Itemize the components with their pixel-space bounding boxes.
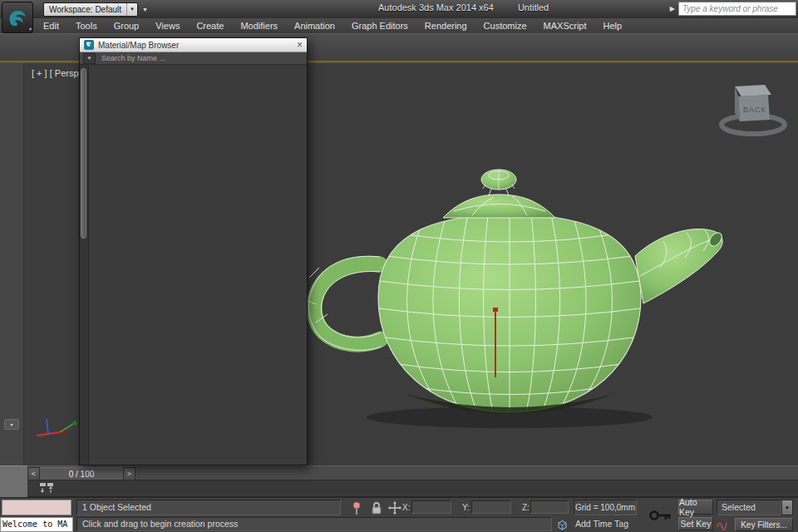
key-curve-icon[interactable] xyxy=(717,519,730,530)
menu-tools[interactable]: Tools xyxy=(67,21,106,31)
menu-help[interactable]: Help xyxy=(595,21,631,31)
menu-create[interactable]: Create xyxy=(188,21,232,31)
y-coord-field[interactable] xyxy=(471,500,511,514)
menu-customize[interactable]: Customize xyxy=(475,21,535,31)
menu-bar: EditToolsGroupViewsCreateModifiersAnimat… xyxy=(0,18,798,33)
quick-access-toolbar: Workspace: Default ▼ ▼ xyxy=(37,1,148,17)
max-doc-icon xyxy=(84,40,94,50)
set-key-button[interactable]: Set Key xyxy=(678,517,713,530)
mmb-search-bar: ▼ xyxy=(80,52,307,65)
status-bar: Welcome to MA 1 Object Selected Click an… xyxy=(0,497,798,532)
viewcube-face-label[interactable]: BACK xyxy=(743,106,767,114)
transform-gizmo-icon[interactable] xyxy=(387,500,402,515)
material-map-browser-window[interactable]: Material/Map Browser × ▼ xyxy=(79,37,308,466)
menu-rendering[interactable]: Rendering xyxy=(416,21,475,31)
mmb-scrollbar[interactable] xyxy=(80,65,89,465)
infocenter: ▶ xyxy=(670,2,796,16)
application-menu-button[interactable]: ▾ xyxy=(2,2,33,33)
3dsmax-window: Autodesk 3ds Max 2014 x64 Untitled ▶ ▾ W… xyxy=(0,0,798,532)
key-mode-value: Selected xyxy=(717,500,781,515)
grid-setting-readout: Grid = 100,0mm xyxy=(574,500,637,515)
auto-key-button[interactable]: Auto Key xyxy=(678,500,713,515)
ribbon-vertical-tabs: ▾ xyxy=(0,63,24,466)
workspace-flyout-icon[interactable]: ▼ xyxy=(142,7,148,12)
prompt-line: Click and drag to begin creation process xyxy=(76,517,552,531)
menu-maxscript[interactable]: MAXScript xyxy=(535,21,595,31)
key-filters-button[interactable]: Key Filters... xyxy=(735,518,793,531)
z-coord-label: Z: xyxy=(522,503,530,512)
pin-icon[interactable] xyxy=(349,500,364,515)
absolute-mode-icon[interactable] xyxy=(555,518,569,531)
infocenter-arrow-icon[interactable]: ▶ xyxy=(670,5,675,12)
key-mode-combo[interactable]: Selected ▼ xyxy=(717,500,793,515)
x-coord-label: X: xyxy=(402,503,410,512)
ribbon-config-button[interactable]: ▾ xyxy=(4,419,19,430)
mmb-search-input[interactable] xyxy=(100,53,307,63)
previous-frame-button[interactable]: < xyxy=(27,467,40,480)
mmb-title: Material/Map Browser xyxy=(98,41,297,50)
x-coord-field[interactable] xyxy=(411,500,451,514)
next-frame-button[interactable]: > xyxy=(123,467,135,480)
timeline-corner-block xyxy=(0,466,27,498)
chevron-down-icon[interactable]: ▼ xyxy=(781,500,793,515)
app-menu-arrow-icon: ▾ xyxy=(29,26,32,32)
menu-modifiers[interactable]: Modifiers xyxy=(232,21,286,31)
z-coord-field[interactable] xyxy=(530,500,569,514)
y-coord-label: Y: xyxy=(462,503,470,512)
menu-animation[interactable]: Animation xyxy=(286,21,343,31)
infocenter-search-input[interactable] xyxy=(678,2,796,16)
menu-views[interactable]: Views xyxy=(147,21,188,31)
max-logo-icon xyxy=(6,6,29,29)
mmb-filter-dropdown-icon[interactable]: ▼ xyxy=(83,53,96,64)
z-axis-flag xyxy=(493,308,498,312)
lock-selection-icon[interactable] xyxy=(369,500,384,515)
maxscript-mini-listener[interactable]: Welcome to MA xyxy=(0,517,73,532)
chevron-down-icon[interactable]: ▼ xyxy=(126,3,137,16)
mini-curve-editor-icon[interactable] xyxy=(39,482,54,495)
app-title: Autodesk 3ds Max 2014 x64 xyxy=(378,2,494,12)
document-title: Untitled xyxy=(518,2,549,12)
mmb-material-list xyxy=(90,65,307,465)
menu-graph-editors[interactable]: Graph Editors xyxy=(343,21,416,31)
add-time-tag[interactable]: Add Time Tag xyxy=(575,519,628,529)
viewcube[interactable]: BACK xyxy=(715,75,791,136)
menu-edit[interactable]: Edit xyxy=(35,21,67,31)
mmb-title-bar[interactable]: Material/Map Browser × xyxy=(80,38,307,52)
mmb-scrollbar-thumb[interactable] xyxy=(81,68,86,239)
time-slider-handle[interactable]: 0 / 100 xyxy=(39,467,124,480)
set-keys-key-icon[interactable] xyxy=(648,505,673,526)
track-bar[interactable] xyxy=(27,480,798,497)
time-slider[interactable]: < 0 / 100 > xyxy=(27,466,798,480)
menu-group[interactable]: Group xyxy=(106,21,148,31)
macro-recorder-pane[interactable] xyxy=(2,500,71,515)
close-icon[interactable]: × xyxy=(297,41,303,49)
window-title: Autodesk 3ds Max 2014 x64 Untitled xyxy=(378,2,549,12)
workspace-combo[interactable]: Workspace: Default ▼ xyxy=(43,2,138,17)
workspace-combo-label: Workspace: Default xyxy=(44,5,126,14)
selection-status: 1 Object Selected xyxy=(76,500,341,515)
